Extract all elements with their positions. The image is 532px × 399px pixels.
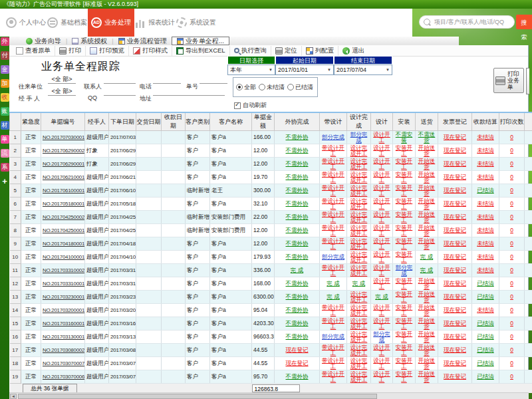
status-link[interactable]: 已结清	[477, 360, 494, 366]
status-link[interactable]: 开始送货	[418, 158, 436, 170]
status-link[interactable]: 带设计开工	[322, 224, 344, 237]
order-no-link[interactable]: NO.201703310002	[43, 267, 84, 273]
status-link[interactable]: 已结清	[477, 293, 494, 300]
status-link[interactable]: 现在登记	[444, 333, 466, 340]
status-link[interactable]: 不需外协	[286, 134, 309, 140]
status-link[interactable]: 安装开工	[396, 144, 413, 157]
status-link[interactable]: 设计开工	[373, 317, 390, 330]
status-link[interactable]: 不需外协	[286, 147, 309, 154]
tab-业务单全程...[interactable]: 业务单全程...	[172, 37, 229, 45]
status-link[interactable]: 设计完成开工	[350, 224, 368, 237]
status-link[interactable]: 完 成	[291, 267, 303, 273]
print-count-link[interactable]: 0	[510, 307, 513, 313]
col-header-设计[interactable]: 设计	[371, 112, 393, 131]
contact-field[interactable]	[104, 75, 136, 84]
search-input[interactable]	[433, 18, 510, 26]
status-link[interactable]: 开始送货	[418, 184, 436, 197]
status-link[interactable]: 开始送货	[418, 144, 436, 157]
print-count-link[interactable]: 0	[510, 333, 513, 340]
col-header-下单日期[interactable]: 下单日期	[109, 112, 136, 131]
side-rail-item-付[interactable]: 付	[1, 51, 9, 60]
col-header-客户类别[interactable]: 客户类别	[186, 112, 210, 131]
status-link[interactable]: 设计开工	[373, 370, 390, 383]
status-link[interactable]: 设计开工	[373, 264, 390, 277]
status-link[interactable]: 设计完成开工	[350, 237, 368, 250]
status-link[interactable]: 安装开工	[396, 211, 413, 223]
status-link[interactable]: 现在登记	[444, 200, 466, 207]
status-link[interactable]: 已结清	[477, 346, 494, 353]
scrollbar-thumb[interactable]	[18, 394, 377, 399]
status-link[interactable]: 安装开工	[396, 251, 413, 263]
status-link[interactable]: 设计开工	[373, 277, 390, 290]
order-no-link[interactable]: NO.201704250001	[43, 227, 84, 233]
status-link[interactable]: 完 成	[352, 280, 365, 287]
nav-item-个人中心[interactable]: 个人中心	[5, 9, 47, 37]
status-link[interactable]: 完 成	[375, 293, 388, 300]
status-link[interactable]: 完 成	[327, 293, 339, 300]
nav-item-基础档案[interactable]: 基础档案	[47, 9, 88, 37]
status-link[interactable]: 带设计开工	[322, 304, 344, 317]
print-count-link[interactable]: 0	[510, 267, 513, 273]
print-count-link[interactable]: 0	[510, 360, 513, 366]
toolbar-button-退出[interactable]: 退出	[338, 46, 368, 56]
toolbar-button-导出到EXCEL[interactable]: 导出到EXCEL	[172, 46, 229, 56]
print-count-link[interactable]: 0	[510, 253, 513, 260]
status-link[interactable]: 设计完成开工	[350, 198, 368, 210]
col-header-发票登记[interactable]: 发票登记	[438, 112, 472, 131]
print-count-link[interactable]: 0	[510, 280, 513, 287]
status-link[interactable]: 设计开工	[373, 158, 390, 170]
status-link[interactable]: 部分完成	[373, 331, 390, 343]
tab-业务向导[interactable]: 业务向导	[21, 37, 66, 45]
print-count-link[interactable]: 0	[510, 346, 513, 353]
status-link[interactable]: 带设计开工	[322, 370, 344, 383]
status-link[interactable]: 部分完成	[322, 253, 344, 260]
status-link[interactable]: 未结清	[477, 253, 494, 260]
status-link[interactable]: 安装开工	[396, 370, 413, 383]
status-link[interactable]: 带设计开工	[322, 158, 344, 170]
status-link[interactable]: 未结清	[477, 200, 494, 207]
scroll-left-icon[interactable]: ◄	[10, 394, 17, 399]
status-link[interactable]: 未结清	[477, 134, 494, 140]
order-no-link[interactable]: NO.201704250002	[43, 214, 84, 220]
status-link[interactable]: 开始送货	[418, 370, 436, 383]
phone-field[interactable]	[153, 75, 181, 84]
col-header-客户名称[interactable]: 客户名称	[210, 112, 252, 131]
side-rail-item-单[interactable]: 单	[1, 135, 9, 144]
status-link[interactable]: 开始送货	[418, 344, 436, 356]
status-link[interactable]: 现在登记	[444, 373, 466, 380]
status-link[interactable]: 带设计开工	[322, 144, 344, 157]
status-link[interactable]: 部分完成	[322, 134, 344, 140]
radio-未结清[interactable]: 未结清	[259, 83, 285, 92]
status-link[interactable]: 安装开工	[396, 317, 413, 330]
status-link[interactable]: 设计完成开工	[350, 264, 368, 277]
col-header-打印次数[interactable]: 打印次数	[499, 112, 525, 131]
global-search[interactable]	[419, 15, 515, 29]
status-link[interactable]: 未结清	[477, 213, 494, 220]
status-link[interactable]: 开始送货	[418, 171, 436, 184]
col-header-收款日期[interactable]: 收款日期	[162, 112, 186, 131]
status-link[interactable]: 现在登记	[444, 227, 466, 233]
status-link[interactable]: 已结清	[477, 280, 494, 287]
qq-field[interactable]	[104, 87, 136, 96]
print-count-link[interactable]: 0	[510, 227, 513, 233]
start-date-select[interactable]: 2017/01/01▼	[275, 65, 334, 75]
status-link[interactable]: 设计完成开工	[350, 144, 368, 157]
tab-业务流程管理[interactable]: 业务流程管理	[114, 37, 172, 45]
status-link[interactable]: 安装开工	[396, 331, 413, 343]
order-no-link[interactable]: NO.201705180001	[43, 201, 84, 207]
status-link[interactable]: 现在登记	[444, 187, 466, 194]
status-link[interactable]: 已结清	[477, 320, 494, 327]
status-link[interactable]: 安装开工	[396, 171, 413, 184]
status-link[interactable]: 不需外协	[286, 333, 309, 340]
status-link[interactable]: 现在登记	[444, 346, 466, 353]
status-link[interactable]: 未结清	[477, 227, 494, 233]
status-link[interactable]: 开始送货	[418, 198, 436, 210]
nav-item-业务处理[interactable]: AD业务处理	[88, 9, 134, 37]
status-link[interactable]: 现在登记	[444, 213, 466, 220]
status-link[interactable]: 不需送货	[418, 131, 436, 144]
end-date-select[interactable]: 2017/07/04▼	[334, 65, 392, 75]
tab-系统授权[interactable]: 系统授权	[67, 37, 112, 45]
print-secondary-button[interactable]	[526, 68, 529, 94]
order-no-link[interactable]: NO.201703070006	[43, 374, 84, 380]
status-link[interactable]: 现在登记	[444, 267, 466, 273]
